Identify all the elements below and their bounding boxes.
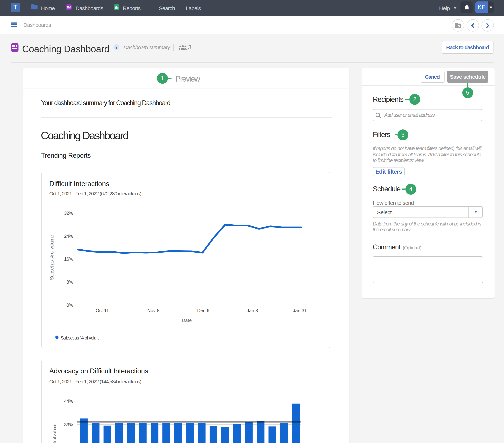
svg-text:Oct 11: Oct 11: [95, 308, 109, 313]
svg-text:Oct 1, 2021 - Feb 1, 2022 (144: Oct 1, 2021 - Feb 1, 2022 (144,584 inter…: [49, 379, 141, 384]
svg-text:32%: 32%: [64, 210, 73, 216]
svg-text:Difficult Interactions: Difficult Interactions: [49, 180, 109, 187]
svg-text:24%: 24%: [64, 233, 73, 239]
svg-text:Nov 8: Nov 8: [147, 308, 160, 313]
svg-text:8%: 8%: [67, 279, 73, 284]
svg-text:Oct 1, 2021 - Feb 1, 2022 (672: Oct 1, 2021 - Feb 1, 2022 (672,280 inter…: [49, 191, 141, 196]
svg-text:Subset as % of volume: Subset as % of volume: [52, 424, 57, 443]
svg-text:Jan 3: Jan 3: [247, 308, 258, 313]
svg-text:44%: 44%: [64, 398, 73, 404]
svg-text:Dec 6: Dec 6: [197, 308, 209, 313]
svg-text:0%: 0%: [67, 302, 73, 308]
svg-text:16%: 16%: [64, 256, 73, 262]
svg-text:Subset as % of volu…: Subset as % of volu…: [61, 335, 101, 340]
svg-text:Date: Date: [182, 317, 192, 323]
svg-text:Jan 31: Jan 31: [293, 308, 307, 313]
svg-text:Advocacy on Difficult Interact: Advocacy on Difficult Interactions: [49, 367, 148, 375]
svg-text:Subset as % of volume: Subset as % of volume: [49, 234, 54, 280]
svg-text:33%: 33%: [64, 422, 73, 427]
